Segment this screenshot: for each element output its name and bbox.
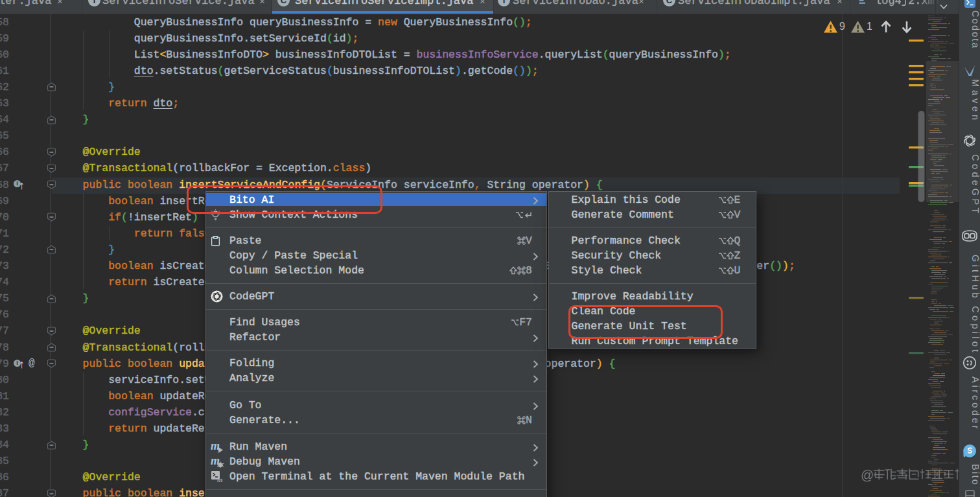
svg-text:m: m: [217, 476, 223, 483]
svg-text:m: m: [211, 441, 220, 452]
svg-text:@: @: [861, 468, 874, 482]
